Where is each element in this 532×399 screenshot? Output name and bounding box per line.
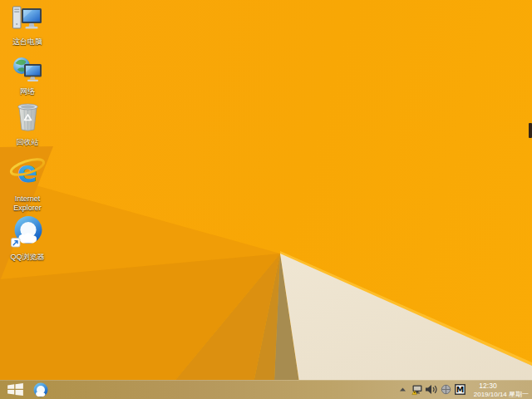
- taskbar-clock[interactable]: 12:30 2019/10/14 星期一: [466, 382, 529, 399]
- desktop-background[interactable]: [0, 0, 532, 399]
- qq-browser-icon: [32, 382, 49, 398]
- start-button[interactable]: [4, 382, 26, 397]
- network-icon: [12, 57, 42, 82]
- svg-text:M: M: [456, 385, 464, 394]
- shortcut-arrow-overlay: [11, 239, 20, 248]
- qq-browser-icon: [11, 214, 45, 248]
- ime-indicator-icon[interactable]: M: [455, 384, 466, 395]
- computer-icon: [12, 4, 43, 32]
- desktop-icon-network[interactable]: 网络: [1, 57, 54, 96]
- desktop-icon-label: 网络: [1, 87, 54, 96]
- clock-date: 2019/10/14 星期一: [466, 391, 529, 399]
- internet-explorer-icon: e: [8, 155, 47, 190]
- desktop-icon-label: Internet Explorer: [1, 195, 54, 213]
- desktop-icon-label: 回收站: [1, 138, 54, 147]
- hardware-icon[interactable]: [441, 384, 451, 395]
- mouse-cursor: [529, 123, 532, 138]
- windows-start-icon: [7, 383, 23, 396]
- network-status-warning-icon[interactable]: [411, 384, 423, 396]
- show-hidden-icons-arrow[interactable]: [399, 387, 406, 392]
- clock-time: 12:30: [466, 382, 529, 391]
- desktop-icon-recycle-bin[interactable]: 回收站: [1, 100, 54, 147]
- desktop-icon-internet-explorer[interactable]: e Internet Explorer: [1, 155, 54, 213]
- desktop-icon-label: 这台电脑: [1, 37, 54, 47]
- desktop-icon-qq-browser[interactable]: QQ浏览器: [1, 214, 54, 262]
- desktop-icon-this-pc[interactable]: 这台电脑: [1, 4, 54, 47]
- taskbar-qq-browser-button[interactable]: [32, 381, 50, 398]
- desktop-icon-label: QQ浏览器: [1, 253, 54, 262]
- volume-icon[interactable]: [425, 384, 437, 395]
- recycle-bin-icon: [15, 100, 41, 133]
- taskbar[interactable]: M 12:30 2019/10/14 星期一: [0, 380, 532, 399]
